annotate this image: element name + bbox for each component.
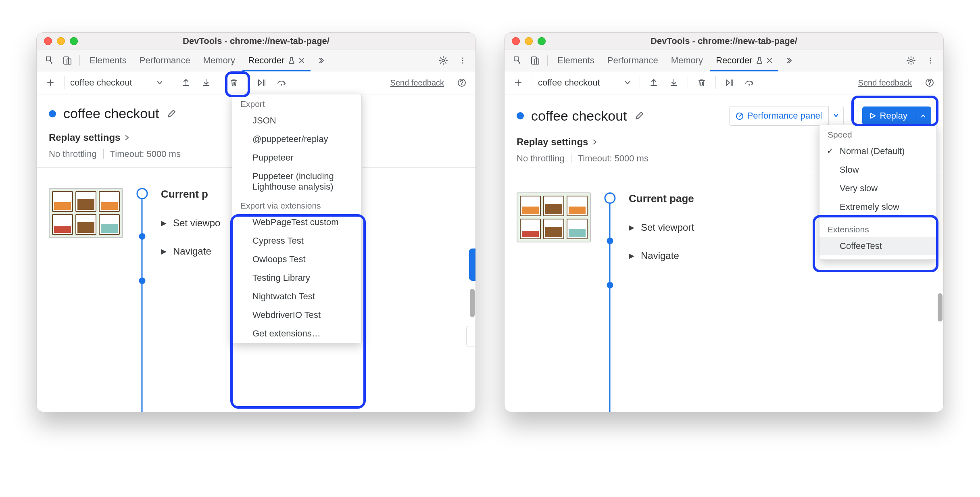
page-thumbnail bbox=[517, 192, 591, 242]
step-over-icon[interactable] bbox=[742, 75, 758, 91]
perf-panel-caret[interactable] bbox=[828, 106, 843, 125]
replay-speed-menu: Speed Normal (Default) Slow Very slow Ex… bbox=[819, 125, 937, 260]
export-ext-webpagetest[interactable]: WebPageTest custom bbox=[232, 213, 361, 232]
tab-recorder[interactable]: Recorder bbox=[710, 50, 778, 71]
replay-label: Replay bbox=[880, 111, 907, 121]
recording-title: coffee checkout bbox=[63, 106, 159, 121]
more-tabs-icon[interactable] bbox=[782, 52, 798, 69]
export-ext-owloops[interactable]: Owloops Test bbox=[232, 250, 361, 269]
step-label: Navigate bbox=[641, 250, 679, 261]
export-puppeteer-lighthouse[interactable]: Puppeteer (including Lighthouse analysis… bbox=[232, 167, 361, 196]
device-toggle-icon[interactable] bbox=[527, 52, 543, 69]
tab-label: Recorder bbox=[716, 55, 752, 66]
recording-selector[interactable]: coffee checkout bbox=[538, 77, 634, 88]
import-icon[interactable] bbox=[646, 75, 662, 91]
step-over-icon[interactable] bbox=[274, 75, 290, 91]
new-recording-icon[interactable] bbox=[510, 75, 526, 91]
export-json[interactable]: JSON bbox=[232, 111, 361, 130]
inspect-icon[interactable] bbox=[42, 52, 58, 69]
speed-very-slow[interactable]: Very slow bbox=[819, 179, 936, 198]
step-label: Navigate bbox=[173, 246, 211, 257]
gauge-icon bbox=[735, 111, 744, 120]
svg-rect-0 bbox=[64, 57, 69, 64]
export-extensions-header: Export via extensions bbox=[232, 196, 361, 213]
svg-point-6 bbox=[281, 84, 282, 86]
devtools-tabstrip: Elements Performance Memory Recorder bbox=[505, 50, 943, 71]
svg-rect-9 bbox=[532, 57, 536, 64]
record-status-dot bbox=[49, 110, 56, 117]
help-icon[interactable] bbox=[922, 75, 938, 91]
speed-normal[interactable]: Normal (Default) bbox=[819, 142, 936, 161]
page-thumbnail bbox=[49, 188, 123, 238]
tab-memory[interactable]: Memory bbox=[665, 50, 709, 71]
send-feedback-link[interactable]: Send feedback bbox=[858, 78, 912, 88]
help-icon[interactable] bbox=[454, 75, 470, 91]
export-menu: Export JSON @puppeteer/replay Puppeteer … bbox=[232, 94, 362, 343]
export-icon[interactable] bbox=[666, 75, 682, 91]
step-label: Set viewpo bbox=[173, 217, 220, 229]
delete-icon[interactable] bbox=[226, 75, 242, 91]
kebab-menu-icon[interactable] bbox=[922, 52, 938, 69]
svg-point-17 bbox=[929, 84, 930, 85]
close-tab-icon[interactable] bbox=[766, 57, 773, 64]
tab-label: Elements bbox=[557, 55, 594, 66]
tab-elements[interactable]: Elements bbox=[552, 50, 600, 71]
titlebar: DevTools - chrome://new-tab-page/ bbox=[505, 33, 943, 50]
replay-caret-button[interactable] bbox=[915, 106, 931, 125]
chevron-right-icon: ▶ bbox=[161, 247, 167, 256]
window-title: DevTools - chrome://new-tab-page/ bbox=[37, 36, 475, 46]
tab-label: Recorder bbox=[248, 55, 284, 66]
inspect-icon[interactable] bbox=[509, 52, 525, 69]
tab-memory[interactable]: Memory bbox=[198, 50, 241, 71]
recording-title: coffee checkout bbox=[531, 108, 627, 124]
send-feedback-link[interactable]: Send feedback bbox=[390, 78, 444, 88]
close-tab-icon[interactable] bbox=[298, 57, 305, 64]
timeout-value: Timeout: 5000 ms bbox=[578, 153, 648, 164]
export-icon[interactable] bbox=[198, 75, 214, 91]
tab-elements[interactable]: Elements bbox=[84, 50, 132, 71]
replay-settings-label: Replay settings bbox=[49, 132, 120, 143]
svg-point-4 bbox=[462, 60, 463, 61]
replay-button[interactable]: Replay bbox=[862, 106, 931, 125]
recording-selector[interactable]: coffee checkout bbox=[70, 77, 166, 88]
speed-slow[interactable]: Slow bbox=[819, 161, 936, 179]
settings-gear-icon[interactable] bbox=[435, 52, 451, 69]
play-step-icon[interactable] bbox=[254, 75, 270, 91]
tab-label: Elements bbox=[90, 55, 127, 66]
export-ext-get-more[interactable]: Get extensions… bbox=[232, 324, 361, 343]
perf-panel-label: Performance panel bbox=[747, 111, 822, 121]
svg-point-14 bbox=[930, 62, 931, 63]
svg-point-13 bbox=[930, 60, 931, 61]
kebab-menu-icon[interactable] bbox=[455, 52, 471, 69]
tab-performance[interactable]: Performance bbox=[134, 50, 196, 71]
chevron-down-icon bbox=[624, 79, 631, 86]
perf-panel-peek bbox=[466, 326, 475, 347]
export-ext-webdriverio[interactable]: WebdriverIO Test bbox=[232, 306, 361, 324]
svg-point-8 bbox=[461, 84, 462, 85]
tab-performance[interactable]: Performance bbox=[602, 50, 664, 71]
settings-gear-icon[interactable] bbox=[903, 52, 919, 69]
export-puppeteer[interactable]: Puppeteer bbox=[232, 148, 361, 167]
export-ext-testing-library[interactable]: Testing Library bbox=[232, 269, 361, 287]
performance-panel-button[interactable]: Performance panel bbox=[729, 106, 844, 126]
new-recording-icon[interactable] bbox=[42, 75, 58, 91]
window-title: DevTools - chrome://new-tab-page/ bbox=[505, 36, 943, 46]
play-step-icon[interactable] bbox=[721, 75, 738, 91]
more-tabs-icon[interactable] bbox=[314, 52, 330, 69]
svg-point-2 bbox=[442, 59, 444, 62]
edit-title-icon[interactable] bbox=[634, 111, 644, 121]
device-toggle-icon[interactable] bbox=[59, 52, 75, 69]
tab-recorder[interactable]: Recorder bbox=[242, 50, 310, 71]
svg-point-15 bbox=[749, 84, 750, 86]
edit-title-icon[interactable] bbox=[167, 109, 176, 119]
import-icon[interactable] bbox=[178, 75, 194, 91]
export-ext-nightwatch[interactable]: Nightwatch Test bbox=[232, 287, 361, 306]
speed-extremely-slow[interactable]: Extremely slow bbox=[819, 198, 936, 216]
export-ext-cypress[interactable]: Cypress Test bbox=[232, 232, 361, 250]
step-label: Current page bbox=[629, 192, 694, 205]
export-puppeteer-replay[interactable]: @puppeteer/replay bbox=[232, 130, 361, 148]
replay-ext-coffeetest[interactable]: CoffeeTest bbox=[819, 237, 936, 255]
step-label: Set viewport bbox=[641, 222, 694, 233]
delete-icon[interactable] bbox=[694, 75, 710, 91]
tab-label: Performance bbox=[607, 55, 658, 66]
